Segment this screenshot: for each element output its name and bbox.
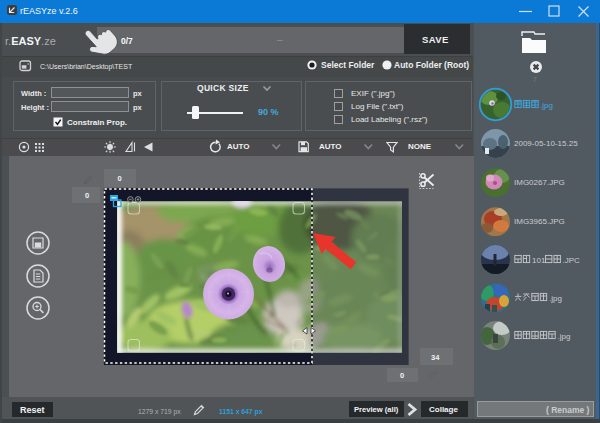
svg-text:.jpg: .jpg [540,101,553,110]
svg-text:.jpg: .jpg [549,294,562,303]
svg-text:.JPC: .JPC [563,256,581,265]
svg-text:.jpg: .jpg [558,332,571,341]
svg-text:101: 101 [532,256,546,265]
